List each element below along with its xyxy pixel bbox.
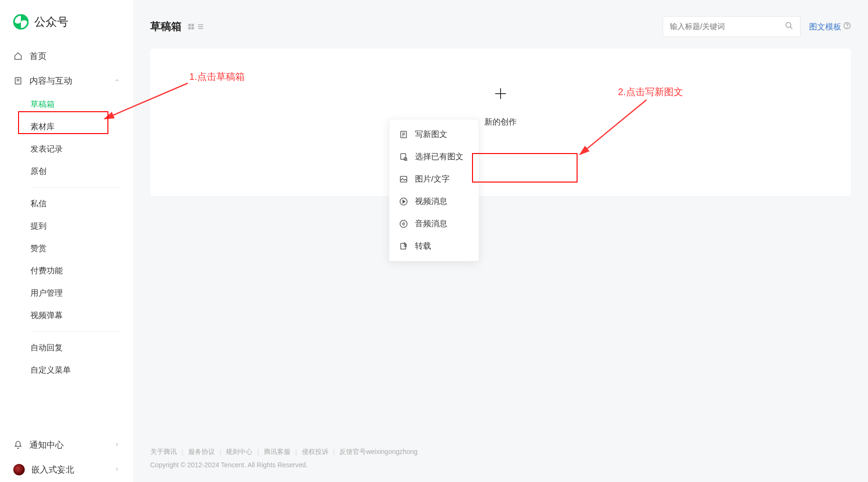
annotation-text-2: 2.点击写新图文 [618,86,683,98]
plus-icon [484,87,517,103]
nav-paid[interactable]: 付费功能 [0,260,133,282]
svg-point-11 [786,22,791,28]
image-icon [399,174,408,184]
dd-repost[interactable]: 转载 [389,235,479,257]
svg-rect-5 [192,24,194,26]
nav-notify[interactable]: 通知中心 [0,433,133,457]
dd-choose-existing[interactable]: 选择已有图文 [389,145,479,168]
home-icon [13,51,23,61]
dd-video-label: 视频消息 [415,196,447,207]
svg-rect-7 [192,27,194,29]
chevron-up-icon [114,77,120,85]
dd-audio-label: 音频消息 [415,218,447,229]
view-toggle [187,23,204,30]
nav-video-danmu[interactable]: 视频弹幕 [0,304,133,327]
footer-link[interactable]: 服务协议 [188,448,215,456]
template-link-label: 图文模板 [809,21,841,32]
svg-line-12 [790,27,792,29]
nav-mentions[interactable]: 提到 [0,215,133,237]
article-icon [399,130,408,139]
new-create-label: 新的创作 [484,116,517,127]
sidebar: 公众号 首页 内容与互动 草稿箱 素材库 发表记录 原创 私信 提到 赞赏 付费… [0,0,133,482]
footer-link[interactable]: 反馈官号weixingongzhong [339,448,417,456]
nav-content-section[interactable]: 内容与互动 [0,68,133,93]
help-icon [843,22,851,32]
chevron-right-icon [114,441,120,449]
dd-repost-label: 转载 [415,241,431,251]
footer-link[interactable]: 规则中心 [226,448,252,456]
svg-rect-4 [188,24,191,26]
topbar: 草稿箱 图文模板 [150,0,851,48]
svg-point-27 [400,220,407,227]
svg-rect-21 [401,154,406,159]
chevron-right-icon [114,466,120,473]
content-card: 新的创作 [150,48,851,196]
dd-video[interactable]: 视频消息 [389,190,479,212]
document-icon [13,76,23,86]
nav-publish-log[interactable]: 发表记录 [0,138,133,160]
dd-choose-existing-label: 选择已有图文 [415,151,463,162]
dd-audio[interactable]: 音频消息 [389,212,479,235]
bell-icon [13,440,23,450]
grid-view-icon[interactable] [187,23,195,30]
nav-drafts[interactable]: 草稿箱 [0,93,133,116]
search-icon[interactable] [785,21,793,32]
svg-line-23 [406,160,407,161]
footer-link[interactable]: 腾讯客服 [264,448,290,456]
nav-library[interactable]: 素材库 [0,116,133,138]
app-logo[interactable]: 公众号 [0,14,133,44]
nav-rewards[interactable]: 赞赏 [0,237,133,260]
nav-divider [30,331,120,332]
nav-custom-menu[interactable]: 自定义菜单 [0,359,133,381]
create-dropdown: 写新图文 选择已有图文 图片/文字 视频消息 [389,119,479,261]
new-create-trigger[interactable]: 新的创作 [484,87,517,127]
nav-account-label: 嵌入式妄北 [31,464,74,475]
template-link[interactable]: 图文模板 [809,21,851,32]
app-name: 公众号 [34,14,68,29]
nav-notify-label: 通知中心 [29,439,64,451]
list-view-icon[interactable] [197,23,204,30]
share-icon [399,241,408,251]
svg-point-14 [847,27,848,28]
footer-links: 关于腾讯| 服务协议| 规则中心| 腾讯客服| 侵权投诉| 反馈官号weixin… [150,448,851,456]
footer: 关于腾讯| 服务协议| 规则中心| 腾讯客服| 侵权投诉| 反馈官号weixin… [150,438,851,482]
annotation-text-1: 1.点击草稿箱 [189,70,245,83]
nav-content-label: 内容与互动 [29,75,72,87]
nav-auto-reply[interactable]: 自动回复 [0,337,133,359]
select-article-icon [399,152,408,162]
dd-new-article-label: 写新图文 [415,129,447,140]
audio-icon [399,219,408,229]
dd-image-text[interactable]: 图片/文字 [389,168,479,190]
footer-link[interactable]: 关于腾讯 [150,448,177,456]
nav-divider [30,187,120,188]
nav-user-mgmt[interactable]: 用户管理 [0,282,133,304]
dd-new-article[interactable]: 写新图文 [389,123,479,145]
dd-image-text-label: 图片/文字 [415,174,450,184]
footer-link[interactable]: 侵权投诉 [302,448,328,456]
search-input[interactable] [670,22,785,31]
nav-original[interactable]: 原创 [0,160,133,183]
svg-rect-6 [188,27,191,29]
nav-home-label: 首页 [29,50,47,62]
wechat-mp-logo-icon [13,14,29,29]
copyright: Copyright © 2012-2024 Tencent. All Right… [150,461,851,469]
nav-home[interactable]: 首页 [0,44,133,68]
nav-messages[interactable]: 私信 [0,193,133,215]
avatar [13,464,25,475]
page-title: 草稿箱 [150,19,182,34]
svg-marker-26 [403,200,405,203]
nav-account[interactable]: 嵌入式妄北 [0,457,133,482]
search-input-wrap[interactable] [663,16,800,37]
video-icon [399,197,408,206]
